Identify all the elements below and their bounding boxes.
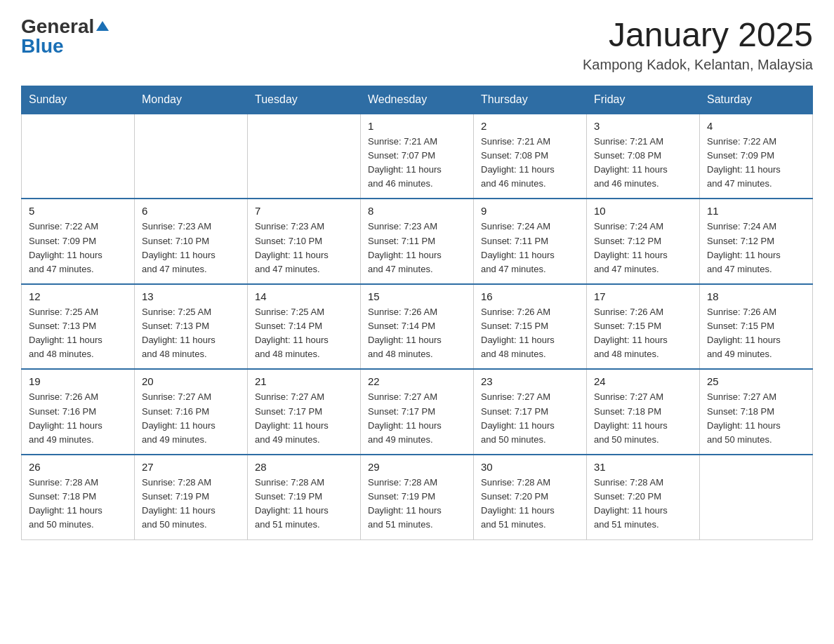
calendar-body: 1Sunrise: 7:21 AMSunset: 7:07 PMDaylight… [22,114,813,539]
calendar-header: SundayMondayTuesdayWednesdayThursdayFrid… [22,86,813,114]
day-number: 18 [707,290,805,302]
calendar-day-6: 6Sunrise: 7:23 AMSunset: 7:10 PMDaylight… [135,199,248,284]
calendar-week-row: 19Sunrise: 7:26 AMSunset: 7:16 PMDayligh… [22,369,813,455]
day-number: 14 [255,290,353,302]
day-number: 22 [368,375,466,387]
calendar-day-14: 14Sunrise: 7:25 AMSunset: 7:14 PMDayligh… [248,284,361,370]
calendar-week-row: 12Sunrise: 7:25 AMSunset: 7:13 PMDayligh… [22,284,813,370]
weekday-header-thursday: Thursday [474,86,587,114]
day-number: 24 [594,375,692,387]
weekday-header-sunday: Sunday [22,86,135,114]
day-detail: Sunrise: 7:24 AMSunset: 7:12 PMDaylight:… [594,220,692,276]
calendar-day-3: 3Sunrise: 7:21 AMSunset: 7:08 PMDaylight… [587,114,700,199]
day-detail: Sunrise: 7:24 AMSunset: 7:11 PMDaylight:… [481,220,579,276]
day-detail: Sunrise: 7:22 AMSunset: 7:09 PMDaylight:… [29,220,127,276]
day-number: 23 [481,375,579,387]
day-detail: Sunrise: 7:26 AMSunset: 7:14 PMDaylight:… [368,305,466,362]
day-number: 21 [255,375,353,387]
calendar-day-22: 22Sunrise: 7:27 AMSunset: 7:17 PMDayligh… [361,369,474,455]
calendar-day-13: 13Sunrise: 7:25 AMSunset: 7:13 PMDayligh… [135,284,248,370]
weekday-header-wednesday: Wednesday [361,86,474,114]
calendar-day-10: 10Sunrise: 7:24 AMSunset: 7:12 PMDayligh… [587,199,700,284]
day-number: 30 [481,461,579,473]
day-detail: Sunrise: 7:26 AMSunset: 7:15 PMDaylight:… [481,305,579,362]
svg-marker-0 [96,21,109,31]
day-number: 2 [481,120,579,132]
day-number: 25 [707,375,805,387]
day-number: 26 [29,461,127,473]
day-detail: Sunrise: 7:28 AMSunset: 7:18 PMDaylight:… [29,476,127,532]
day-number: 13 [142,290,240,302]
day-detail: Sunrise: 7:23 AMSunset: 7:10 PMDaylight:… [142,220,240,276]
day-detail: Sunrise: 7:27 AMSunset: 7:18 PMDaylight:… [707,390,805,447]
calendar-day-8: 8Sunrise: 7:23 AMSunset: 7:11 PMDaylight… [361,199,474,284]
day-detail: Sunrise: 7:26 AMSunset: 7:16 PMDaylight:… [29,390,127,447]
logo-triangle-icon [96,20,109,35]
day-detail: Sunrise: 7:21 AMSunset: 7:08 PMDaylight:… [481,135,579,192]
day-detail: Sunrise: 7:25 AMSunset: 7:13 PMDaylight:… [142,305,240,362]
calendar-table: SundayMondayTuesdayWednesdayThursdayFrid… [21,86,813,540]
logo-blue-text: Blue [21,36,64,56]
calendar-day-4: 4Sunrise: 7:22 AMSunset: 7:09 PMDaylight… [700,114,813,199]
day-number: 1 [368,120,466,132]
calendar-day-empty [248,114,361,199]
day-detail: Sunrise: 7:25 AMSunset: 7:13 PMDaylight:… [29,305,127,362]
calendar-day-21: 21Sunrise: 7:27 AMSunset: 7:17 PMDayligh… [248,369,361,455]
calendar-day-5: 5Sunrise: 7:22 AMSunset: 7:09 PMDaylight… [22,199,135,284]
day-detail: Sunrise: 7:27 AMSunset: 7:16 PMDaylight:… [142,390,240,447]
weekday-header-monday: Monday [135,86,248,114]
day-number: 12 [29,290,127,302]
calendar-day-7: 7Sunrise: 7:23 AMSunset: 7:10 PMDaylight… [248,199,361,284]
day-detail: Sunrise: 7:25 AMSunset: 7:14 PMDaylight:… [255,305,353,362]
calendar-day-empty [22,114,135,199]
day-detail: Sunrise: 7:23 AMSunset: 7:11 PMDaylight:… [368,220,466,276]
day-number: 10 [594,205,692,217]
calendar-day-24: 24Sunrise: 7:27 AMSunset: 7:18 PMDayligh… [587,369,700,455]
calendar-day-28: 28Sunrise: 7:28 AMSunset: 7:19 PMDayligh… [248,455,361,539]
day-detail: Sunrise: 7:21 AMSunset: 7:07 PMDaylight:… [368,135,466,192]
page-header: General Blue January 2025 Kampong Kadok,… [21,17,813,73]
day-number: 7 [255,205,353,217]
calendar-day-19: 19Sunrise: 7:26 AMSunset: 7:16 PMDayligh… [22,369,135,455]
weekday-header-saturday: Saturday [700,86,813,114]
day-number: 9 [481,205,579,217]
logo: General Blue [21,17,109,56]
calendar-day-25: 25Sunrise: 7:27 AMSunset: 7:18 PMDayligh… [700,369,813,455]
day-number: 28 [255,461,353,473]
day-number: 19 [29,375,127,387]
logo-general-text: General [21,17,94,36]
calendar-day-18: 18Sunrise: 7:26 AMSunset: 7:15 PMDayligh… [700,284,813,370]
day-number: 27 [142,461,240,473]
day-detail: Sunrise: 7:27 AMSunset: 7:17 PMDaylight:… [481,390,579,447]
calendar-day-26: 26Sunrise: 7:28 AMSunset: 7:18 PMDayligh… [22,455,135,539]
day-number: 11 [707,205,805,217]
month-title: January 2025 [583,17,813,54]
day-number: 8 [368,205,466,217]
calendar-day-empty [135,114,248,199]
calendar-day-17: 17Sunrise: 7:26 AMSunset: 7:15 PMDayligh… [587,284,700,370]
day-number: 15 [368,290,466,302]
calendar-day-empty [700,455,813,539]
title-area: January 2025 Kampong Kadok, Kelantan, Ma… [583,17,813,73]
day-detail: Sunrise: 7:28 AMSunset: 7:19 PMDaylight:… [142,476,240,532]
day-detail: Sunrise: 7:26 AMSunset: 7:15 PMDaylight:… [707,305,805,362]
day-detail: Sunrise: 7:27 AMSunset: 7:18 PMDaylight:… [594,390,692,447]
day-number: 4 [707,120,805,132]
calendar-day-11: 11Sunrise: 7:24 AMSunset: 7:12 PMDayligh… [700,199,813,284]
day-detail: Sunrise: 7:27 AMSunset: 7:17 PMDaylight:… [368,390,466,447]
day-detail: Sunrise: 7:28 AMSunset: 7:19 PMDaylight:… [368,476,466,532]
calendar-day-27: 27Sunrise: 7:28 AMSunset: 7:19 PMDayligh… [135,455,248,539]
day-detail: Sunrise: 7:21 AMSunset: 7:08 PMDaylight:… [594,135,692,192]
day-detail: Sunrise: 7:23 AMSunset: 7:10 PMDaylight:… [255,220,353,276]
weekday-header-friday: Friday [587,86,700,114]
day-number: 29 [368,461,466,473]
day-number: 20 [142,375,240,387]
day-detail: Sunrise: 7:26 AMSunset: 7:15 PMDaylight:… [594,305,692,362]
calendar-day-20: 20Sunrise: 7:27 AMSunset: 7:16 PMDayligh… [135,369,248,455]
weekday-header-tuesday: Tuesday [248,86,361,114]
day-detail: Sunrise: 7:24 AMSunset: 7:12 PMDaylight:… [707,220,805,276]
weekday-header-row: SundayMondayTuesdayWednesdayThursdayFrid… [22,86,813,114]
calendar-day-16: 16Sunrise: 7:26 AMSunset: 7:15 PMDayligh… [474,284,587,370]
day-detail: Sunrise: 7:28 AMSunset: 7:19 PMDaylight:… [255,476,353,532]
calendar-day-12: 12Sunrise: 7:25 AMSunset: 7:13 PMDayligh… [22,284,135,370]
